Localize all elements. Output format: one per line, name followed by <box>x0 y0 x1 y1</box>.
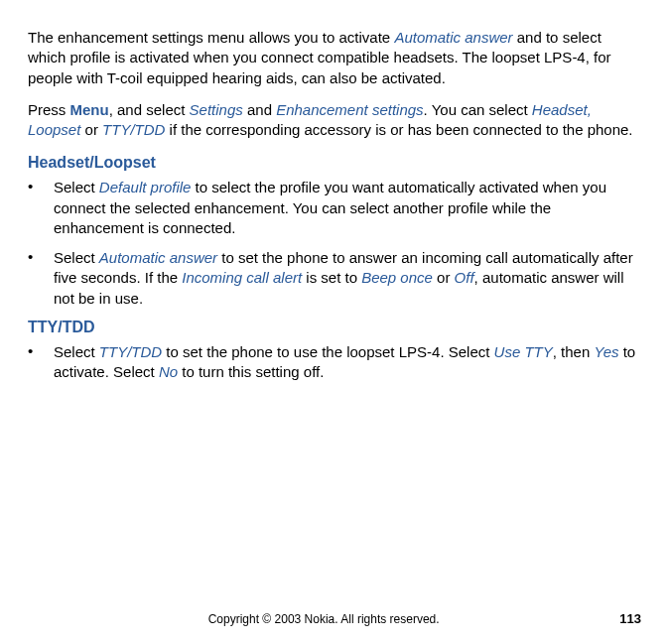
term-use-tty: Use TTY <box>494 343 553 360</box>
text: or <box>80 121 102 138</box>
paragraph-press-menu: Press Menu, and select Settings and Enha… <box>28 100 641 141</box>
term-automatic-answer: Automatic answer <box>99 249 217 266</box>
text: to turn this setting off. <box>178 363 324 380</box>
term-incoming-call-alert: Incoming call alert <box>182 269 302 286</box>
term-tty-tdd: TTY/TDD <box>99 343 162 360</box>
text: , and select <box>109 101 190 118</box>
bullet-automatic-answer: • Select Automatic answer to set the pho… <box>28 248 641 309</box>
page-footer: Copyright © 2003 Nokia. All rights reser… <box>28 611 641 626</box>
bullet-text: Select Automatic answer to set the phone… <box>54 248 641 309</box>
text: and <box>243 101 276 118</box>
term-settings: Settings <box>190 101 243 118</box>
text: Select <box>54 343 99 360</box>
heading-tty-tdd: TTY/TDD <box>28 319 641 336</box>
text: , then <box>553 343 595 360</box>
heading-headset-loopset: Headset/Loopset <box>28 154 641 172</box>
text: is set to <box>302 269 361 286</box>
bullet-text: Select Default profile to select the pro… <box>54 178 641 238</box>
text: to set the phone to use the loopset LPS-… <box>162 343 493 360</box>
paragraph-intro: The enhancement settings menu allows you… <box>28 28 641 88</box>
bullet-mark: • <box>28 342 54 383</box>
bullet-mark: • <box>28 178 54 238</box>
footer-page-number: 113 <box>619 611 641 626</box>
text: Select <box>54 179 99 195</box>
term-tty-tdd: TTY/TDD <box>102 121 165 138</box>
term-beep-once: Beep once <box>361 269 433 286</box>
text: if the corresponding accessory is or has… <box>165 121 632 138</box>
term-off: Off <box>455 269 474 286</box>
term-default-profile: Default profile <box>99 179 192 195</box>
key-menu: Menu <box>70 101 109 118</box>
bullet-tty-tdd: • Select TTY/TDD to set the phone to use… <box>28 342 641 383</box>
footer-copyright: Copyright © 2003 Nokia. All rights reser… <box>28 612 619 626</box>
term-no: No <box>159 363 178 380</box>
text: The enhancement settings menu allows you… <box>28 29 394 46</box>
text: Press <box>28 101 70 118</box>
text: or <box>433 269 455 286</box>
bullet-default-profile: • Select Default profile to select the p… <box>28 178 641 238</box>
term-automatic-answer: Automatic answer <box>394 29 512 46</box>
text: . You can select <box>424 101 532 118</box>
term-enhancement-settings: Enhancement settings <box>276 101 423 118</box>
bullet-text: Select TTY/TDD to set the phone to use t… <box>54 342 641 383</box>
text: Select <box>54 249 99 266</box>
bullet-mark: • <box>28 248 54 309</box>
term-yes: Yes <box>594 343 618 360</box>
